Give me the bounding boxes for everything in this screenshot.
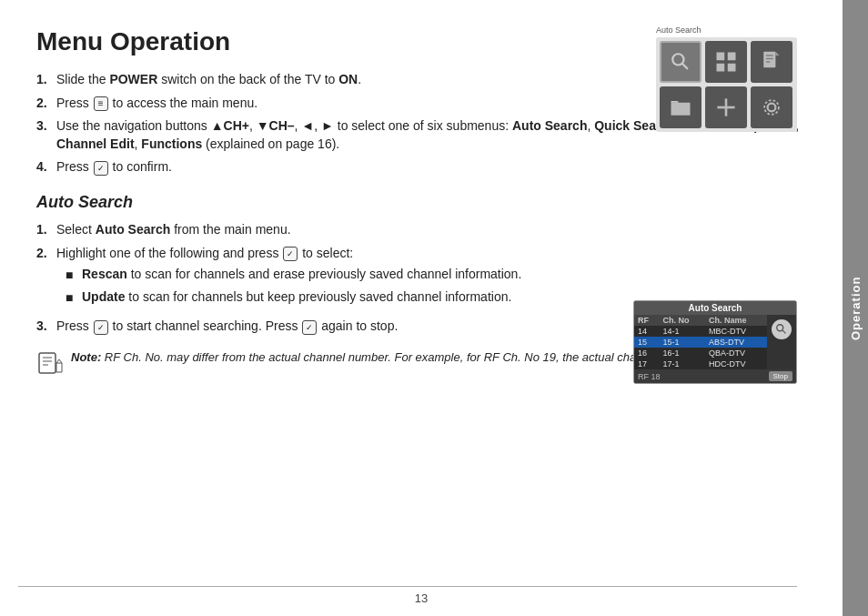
svg-rect-17 [39,353,56,373]
grid-icon [713,49,739,75]
as-table: RF Ch. No Ch. Name 14 14-1 MBC-DTV [634,315,767,369]
svg-marker-10 [775,52,779,56]
col-chno: Ch. No [659,315,705,326]
stop-button: Stop [769,371,792,381]
search-icon [668,49,693,75]
page-container: Menu Operation Auto Search [0,0,868,616]
table-row: 15 15-1 ABS-DTV [634,337,767,348]
table-row: 17 17-1 HDC-DTV [634,358,767,369]
autosearch-label: Auto Search [512,118,587,133]
channeledit-label: Channel Edit [56,136,135,151]
menu-item-grid [705,41,747,83]
step4-content: Press ✓ to confirm. [56,158,815,177]
chname-mbc: MBC-DTV [705,326,767,337]
as-step3-number: 3. [36,318,56,336]
svg-point-13 [768,104,776,112]
col-rf: RF [634,315,659,326]
chname-qba: QBA-DTV [705,348,767,358]
page-number: 13 [415,591,428,605]
svg-rect-6 [763,52,775,68]
menu-grid [656,37,797,132]
rf-15: 15 [634,337,659,348]
main-step-4: 4. Press ✓ to confirm. [36,158,815,177]
menu-item-document [751,41,792,83]
menu-item-gear [751,86,792,128]
ok-button-start: ✓ [94,320,108,335]
chno-14-1: 14-1 [659,326,705,337]
col-chname: Ch. Name [705,315,767,326]
chname-hdc: HDC-DTV [705,358,767,369]
step2-number: 2. [36,95,56,113]
rf-16: 16 [634,348,659,358]
table-row: 16 16-1 QBA-DTV [634,348,767,358]
rf-17: 17 [634,358,659,369]
bullet-rescan: ■ Rescan to scan for channels and erase … [66,266,815,285]
menu-item-plus [705,86,747,128]
note-icon [36,348,64,376]
ch-plus: CH+ [224,118,249,133]
svg-point-0 [672,54,683,65]
sidebar-label: Operation [849,276,863,339]
folder-icon [668,95,693,120]
step4-number: 4. [36,158,56,177]
rescan-label: Rescan [82,267,127,281]
step1-number: 1. [36,71,56,89]
svg-line-1 [682,64,688,69]
rf-14: 14 [634,326,659,337]
svg-point-14 [764,100,779,115]
svg-point-15 [777,325,783,331]
menu-item-folder [660,86,701,128]
menu-button: ≡ [94,96,108,111]
as-label: Auto Search [96,222,170,237]
step3-number: 3. [36,117,56,153]
update-text: Update to scan for channels but keep pre… [82,288,511,308]
on-label: ON [338,72,358,86]
ch-minus: CH– [269,118,295,133]
svg-rect-4 [717,64,725,72]
as-step-1: 1. Select Auto Search from the main menu… [36,221,815,239]
power-label: POWER [109,72,157,86]
bullet-icon-2: ■ [66,289,78,308]
rescan-text: Rescan to scan for channels and erase pr… [82,266,521,285]
svg-rect-5 [728,64,736,72]
auto-search-screenshot: Auto Search RF Ch. No Ch. Name [633,300,797,384]
chno-17-1: 17-1 [659,358,705,369]
plus-icon [713,95,739,120]
chno-15-1: 15-1 [659,337,705,348]
as-side-panel [767,315,796,369]
note-label: Note: [71,350,101,364]
top-image-label: Auto Search [656,25,797,35]
ok-button-select: ✓ [283,247,298,261]
top-image-area: Auto Search [656,25,797,116]
sidebar-tab: Operation [843,0,868,616]
as-step1-content: Select Auto Search from the main menu. [56,221,815,239]
auto-search-heading: Auto Search [36,193,815,212]
menu-item-search [660,41,701,83]
svg-rect-3 [728,53,736,61]
as-step1-number: 1. [36,221,56,239]
table-row: 14 14-1 MBC-DTV [634,326,767,337]
as-step2-number: 2. [36,245,56,313]
chname-abs: ABS-DTV [705,337,767,348]
rf-label: RF 18 [638,372,661,381]
svg-rect-2 [717,53,725,61]
bottom-divider [18,586,797,587]
as-title: Auto Search [634,301,796,315]
document-icon [759,49,784,75]
chno-16-1: 16-1 [659,348,705,358]
bullet-icon: ■ [66,267,78,285]
update-label: Update [82,289,125,304]
as-search-icon [772,319,792,339]
ok-button-stop: ✓ [302,320,317,335]
gear-icon [759,95,784,120]
functions-label: Functions [141,136,202,151]
ok-button-confirm: ✓ [94,161,108,176]
search-icon-small [775,323,788,336]
main-content: Menu Operation Auto Search [0,0,843,616]
svg-line-16 [782,330,786,334]
as-bottom-bar: RF 18 Stop [634,369,796,383]
